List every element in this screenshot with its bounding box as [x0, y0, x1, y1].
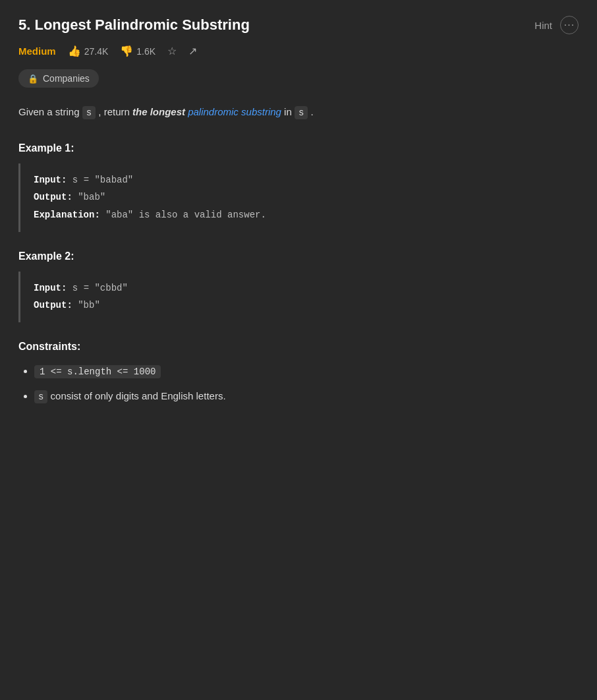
example-1-heading: Example 1: [18, 142, 579, 154]
example-1-input-value: s = "babad" [72, 175, 133, 185]
example-2-code-block: Input: s = "cbbd" Output: "bb" [18, 272, 579, 322]
constraint-item-1: 1 <= s.length <= 1000 [34, 363, 579, 379]
share-item[interactable]: ↗ [188, 45, 197, 57]
desc-text-middle: , return [98, 106, 132, 117]
constraint-1-code: 1 <= s.length <= 1000 [34, 365, 161, 378]
palindromic-substring-link[interactable]: palindromic substring [188, 106, 281, 117]
lock-icon: 🔒 [28, 74, 38, 84]
desc-s-code1: s [82, 106, 96, 119]
problem-header: 5. Longest Palindromic Substring Hint ··… [18, 16, 579, 34]
example-2-output-label: Output: [34, 300, 72, 310]
constraint-item-2: s consist of only digits and English let… [34, 388, 579, 404]
constraints-section: Constraints: 1 <= s.length <= 1000 s con… [18, 341, 579, 405]
problem-title: 5. Longest Palindromic Substring [18, 16, 250, 34]
companies-label: Companies [43, 73, 90, 84]
example-1-section: Example 1: Input: s = "babad" Output: "b… [18, 142, 579, 232]
hint-label[interactable]: Hint [534, 20, 552, 31]
example-2-heading: Example 2: [18, 250, 579, 262]
constraints-heading: Constraints: [18, 341, 579, 353]
example-1-output-value: "bab" [78, 192, 105, 202]
meta-row: Medium 👍 27.4K 👎 1.6K ☆ ↗ [18, 45, 579, 57]
desc-text-before: Given a string [18, 106, 80, 117]
thumbs-down-icon: 👎 [120, 45, 133, 57]
desc-s-code2: s [295, 106, 308, 119]
desc-bold-italic: the longest [132, 106, 185, 117]
example-2-output-value: "bb" [78, 300, 100, 310]
example-1-code-block: Input: s = "babad" Output: "bab" Explana… [18, 163, 579, 232]
difficulty-badge: Medium [18, 45, 56, 57]
constraint-2-text-content: consist of only digits and English lette… [51, 390, 226, 401]
desc-period: . [311, 106, 314, 117]
example-1-explanation-label: Explanation: [34, 210, 100, 220]
header-actions: Hint ··· [534, 16, 579, 34]
example-1-explanation-value: "aba" is also a valid answer. [105, 210, 266, 220]
desc-text-after: in [284, 106, 295, 117]
downvote-item[interactable]: 👎 1.6K [120, 45, 156, 57]
constraints-list: 1 <= s.length <= 1000 s consist of only … [18, 363, 579, 405]
example-2-output-row: Output: "bb" [34, 297, 565, 314]
example-1-input-row: Input: s = "babad" [34, 171, 565, 189]
example-1-input-label: Input: [34, 175, 67, 185]
more-options-button[interactable]: ··· [560, 16, 579, 34]
example-2-input-value: s = "cbbd" [72, 283, 128, 293]
example-2-input-row: Input: s = "cbbd" [34, 279, 565, 297]
example-1-output-row: Output: "bab" [34, 189, 565, 206]
example-2-input-label: Input: [34, 283, 67, 293]
downvote-count: 1.6K [136, 46, 156, 57]
star-item[interactable]: ☆ [167, 45, 177, 57]
share-icon: ↗ [188, 45, 197, 57]
problem-description: Given a string s , return the longest pa… [18, 103, 579, 121]
thumbs-up-icon: 👍 [68, 45, 81, 57]
upvote-item[interactable]: 👍 27.4K [68, 45, 109, 57]
constraint-2-s-code: s [34, 390, 47, 403]
star-icon: ☆ [167, 45, 177, 57]
example-2-section: Example 2: Input: s = "cbbd" Output: "bb… [18, 250, 579, 322]
example-1-explanation-row: Explanation: "aba" is also a valid answe… [34, 206, 565, 224]
upvote-count: 27.4K [84, 46, 109, 57]
example-1-output-label: Output: [34, 192, 72, 202]
companies-button[interactable]: 🔒 Companies [18, 69, 99, 88]
